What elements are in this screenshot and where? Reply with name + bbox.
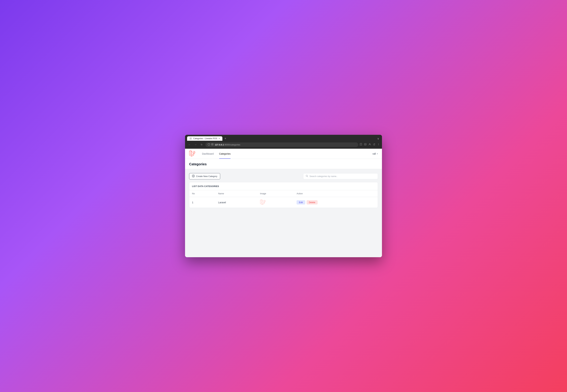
refresh-button[interactable]: ↻: [199, 142, 204, 147]
col-no: No: [189, 190, 215, 197]
create-category-button[interactable]: Create New Category: [189, 173, 220, 179]
table-section-title: LIST DATA CATEGORIES: [192, 185, 219, 187]
user-chevron-icon: ▾: [377, 153, 378, 155]
logo[interactable]: [189, 150, 195, 157]
svg-point-9: [378, 144, 379, 144]
back-button[interactable]: ←: [187, 142, 192, 147]
svg-point-8: [378, 143, 379, 144]
cell-action: Edit Delete: [294, 197, 378, 208]
bookmark-icon[interactable]: [359, 143, 362, 146]
nav-categories[interactable]: Categories: [216, 149, 233, 159]
svg-point-6: [369, 143, 370, 144]
table-header-row: No Name Image Action: [189, 190, 378, 197]
col-action: Action: [294, 190, 378, 197]
delete-button[interactable]: Delete: [307, 200, 318, 205]
svg-rect-0: [190, 138, 192, 139]
tab-close-button[interactable]: ×: [219, 137, 220, 140]
share-icon[interactable]: [373, 143, 375, 146]
svg-point-14: [306, 175, 308, 177]
toolbar: Create New Category: [189, 173, 378, 179]
cell-image: [257, 197, 294, 208]
top-nav: Dashboard Categories rafi ▾: [185, 149, 382, 159]
url-text: 127.0.0.1:8000/categories: [215, 143, 240, 146]
address-bar: ← → ↻ 127.0.0.1:8: [185, 141, 382, 149]
tab-bar-collapse[interactable]: ∨: [377, 137, 380, 140]
url-bar[interactable]: 127.0.0.1:8000/categories: [205, 142, 358, 147]
svg-rect-5: [364, 143, 366, 145]
action-buttons: Edit Delete: [297, 200, 375, 205]
browser-tab[interactable]: Categories - Livewire POS ×: [187, 136, 222, 141]
cell-no: 1: [189, 197, 215, 208]
tab-bar: Categories - Livewire POS × + ∨: [185, 135, 382, 141]
search-container: [303, 173, 378, 179]
page-header: Categories: [185, 159, 382, 169]
forward-button[interactable]: →: [193, 142, 198, 147]
pocket-icon[interactable]: [364, 143, 367, 146]
doc-icon: [211, 143, 213, 146]
tab-title: Categories - Livewire POS: [193, 137, 217, 140]
menu-icon[interactable]: [377, 143, 380, 146]
table-row: 1 Laravel Edit Delete: [189, 197, 378, 208]
col-image: Image: [257, 190, 294, 197]
page-title: Categories: [189, 162, 378, 166]
user-menu[interactable]: rafi ▾: [373, 153, 378, 155]
security-shield-icon: [208, 143, 210, 146]
svg-point-10: [378, 145, 379, 145]
search-input[interactable]: [310, 175, 375, 178]
url-host: 127.0.0.1: [215, 143, 224, 146]
create-btn-label: Create New Category: [196, 175, 217, 178]
categories-table-container: LIST DATA CATEGORIES No Name Image Actio…: [189, 182, 378, 208]
nav-dashboard[interactable]: Dashboard: [199, 149, 216, 159]
nav-links: Dashboard Categories: [199, 149, 233, 159]
new-tab-button[interactable]: +: [223, 136, 228, 141]
url-path: :8000/categories: [224, 143, 240, 146]
search-icon: [306, 175, 308, 178]
app-content: Dashboard Categories rafi ▾ Categories: [185, 149, 382, 257]
browser-window: Categories - Livewire POS × + ∨ ← → ↻: [185, 135, 382, 257]
browser-chrome: Categories - Livewire POS × + ∨ ← → ↻: [185, 135, 382, 149]
categories-table: No Name Image Action 1 Laravel: [189, 190, 378, 208]
col-name: Name: [215, 190, 257, 197]
browser-toolbar-right: [359, 143, 380, 146]
edit-button[interactable]: Edit: [297, 200, 305, 205]
table-section-header: LIST DATA CATEGORIES: [189, 182, 378, 190]
plus-circle-icon: [192, 175, 195, 178]
tab-favicon: [190, 137, 192, 140]
cell-name: Laravel: [215, 197, 257, 208]
svg-line-15: [307, 177, 308, 177]
user-name: rafi: [373, 153, 376, 155]
profile-icon[interactable]: [368, 143, 371, 146]
main-content: Create New Category LIST DATA CATEGORIES: [185, 169, 382, 257]
